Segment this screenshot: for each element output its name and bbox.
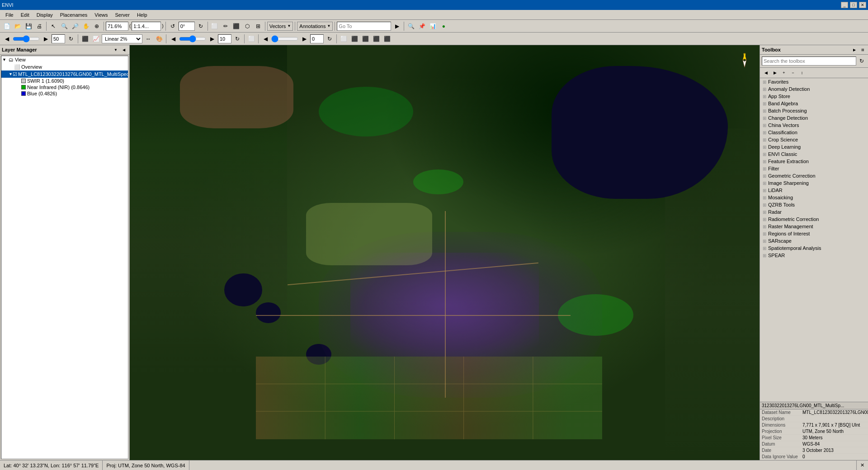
action1-btn[interactable]: ⬜ xyxy=(339,34,349,44)
tool-btn-5[interactable]: ⊞ xyxy=(253,21,263,31)
rotate-left-button[interactable]: ↺ xyxy=(168,21,178,31)
save-button[interactable]: 💾 xyxy=(24,21,33,31)
vectors-dropdown[interactable]: Vectors ▼ xyxy=(267,22,293,31)
toolbox-dock-btn[interactable]: ⊞ xyxy=(859,46,866,53)
toolbox-search-input[interactable] xyxy=(762,56,856,66)
goto-button[interactable]: ▶ xyxy=(392,21,402,31)
stretch-apply-btn[interactable]: ↔ xyxy=(143,34,153,44)
toolbox-item-qzrb[interactable]: ⊞ QZRB Tools xyxy=(760,201,868,208)
zoom-in-button[interactable]: 🔍 xyxy=(59,21,69,31)
minimize-button[interactable]: _ xyxy=(841,2,848,8)
toolbox-tb-btn1[interactable]: ◀ xyxy=(762,69,770,77)
toolbox-item-favorites[interactable]: ⊞ Favorites xyxy=(760,78,868,85)
roam-button[interactable]: ⊕ xyxy=(92,21,102,31)
action3-btn[interactable]: ⬛ xyxy=(360,34,370,44)
hist-btn[interactable]: 📈 xyxy=(91,34,101,44)
tool-btn-4[interactable]: ⬡ xyxy=(242,21,252,31)
tree-overview-row[interactable]: ⬜ Overview xyxy=(1,63,128,70)
toolbox-item-filter[interactable]: ⊞ Filter xyxy=(760,165,868,172)
toolbox-item-spatiotemporal[interactable]: ⊞ Spatiotemporal Analysis xyxy=(760,244,868,252)
toolbox-item-sarscape[interactable]: ⊞ SARscape xyxy=(760,237,868,244)
green-button[interactable]: ● xyxy=(439,21,448,31)
menu-display[interactable]: Display xyxy=(33,11,57,19)
toolbox-item-cropscience[interactable]: ⊞ Crop Science xyxy=(760,136,868,143)
stretch-value-input[interactable] xyxy=(52,34,65,43)
goto-input[interactable] xyxy=(337,22,391,31)
pan-button[interactable]: ✋ xyxy=(81,21,91,31)
menu-server[interactable]: Server xyxy=(111,11,133,19)
search-button[interactable]: 🔍 xyxy=(406,21,416,31)
next-button[interactable]: ▶ xyxy=(41,34,51,44)
toolbox-item-chinavectors[interactable]: ⊞ China Vectors xyxy=(760,122,868,129)
layer-manager-expand-btn[interactable]: ▼ xyxy=(112,46,119,53)
tool-btn-1[interactable]: ⬜ xyxy=(210,21,220,31)
toolbox-item-classification[interactable]: ⊞ Classification xyxy=(760,129,868,136)
toolbox-tb-btn5[interactable]: ↕ xyxy=(798,69,806,77)
tree-view-row[interactable]: ▼ 🗂 View xyxy=(1,56,128,63)
rotate-right-button[interactable]: ↻ xyxy=(196,21,206,31)
toolbox-item-imsharp[interactable]: ⊞ Image Sharpening xyxy=(760,179,868,187)
color-btn[interactable]: 🎨 xyxy=(154,34,164,44)
tree-raster-row[interactable]: ▼ ☑ MTL_LC81230322013276LGN00_MTL_MultiS… xyxy=(1,70,128,78)
toolbox-expand-btn[interactable]: ▶ xyxy=(851,46,858,53)
toolbox-tb-btn2[interactable]: ▶ xyxy=(771,69,779,77)
stretch-slider[interactable] xyxy=(13,35,40,42)
close-button[interactable]: ✕ xyxy=(859,2,866,8)
view-expand-icon[interactable]: ▼ xyxy=(2,57,8,62)
tool-btn-2[interactable]: ✏ xyxy=(221,21,231,31)
scale-input[interactable] xyxy=(132,22,161,31)
zoom-out-button[interactable]: 🔎 xyxy=(70,21,80,31)
slider3[interactable] xyxy=(271,35,298,42)
value3-input[interactable] xyxy=(310,34,324,43)
raster-expand-icon[interactable]: ▼ xyxy=(9,72,13,76)
open-button[interactable]: 📂 xyxy=(13,21,23,31)
next2-btn[interactable]: ▶ xyxy=(207,34,217,44)
toolbox-item-radar[interactable]: ⊞ Radar xyxy=(760,208,868,216)
prev-button[interactable]: ◀ xyxy=(2,34,12,44)
prev3-btn[interactable]: ◀ xyxy=(260,34,270,44)
toolbox-item-mosaic[interactable]: ⊞ Mosaicking xyxy=(760,194,868,201)
angle-input[interactable] xyxy=(179,22,195,31)
toolbox-item-envicl[interactable]: ⊞ ENVI Classic xyxy=(760,150,868,158)
toolbox-item-lidar[interactable]: ⊞ LiDAR xyxy=(760,187,868,194)
zoom-percent-input[interactable] xyxy=(106,22,128,31)
maximize-button[interactable]: □ xyxy=(850,2,857,8)
menu-views[interactable]: Views xyxy=(91,11,111,19)
menu-placenames[interactable]: Placenames xyxy=(57,11,91,19)
stretch-mode-btn[interactable]: ⬛ xyxy=(80,34,90,44)
tree-band2-row[interactable]: Near Infrared (NIR) (0.8646) xyxy=(1,84,128,90)
tree-band3-row[interactable]: Blue (0.4826) xyxy=(1,90,128,97)
toolbox-item-changedetect[interactable]: ⊞ Change Detection xyxy=(760,114,868,122)
toolbox-tb-btn3[interactable]: + xyxy=(780,69,788,77)
toolbox-item-geocorrect[interactable]: ⊞ Geometric Correction xyxy=(760,172,868,179)
toolbox-search-button[interactable]: ↻ xyxy=(857,56,866,66)
stretch-select[interactable]: Linear 2% Linear Gaussian Equalization xyxy=(102,34,142,43)
new-button[interactable]: 📄 xyxy=(2,21,12,31)
next3-btn[interactable]: ▶ xyxy=(299,34,309,44)
toolbox-item-anomaly[interactable]: ⊞ Anomaly Detection xyxy=(760,85,868,93)
action5-btn[interactable]: ⬛ xyxy=(382,34,392,44)
layer-manager-dock-btn[interactable]: ◀ xyxy=(120,46,127,53)
annotations-dropdown[interactable]: Annotations ▼ xyxy=(297,22,333,31)
menu-help[interactable]: Help xyxy=(133,11,151,19)
map-area[interactable]: N xyxy=(130,45,760,460)
print-button[interactable]: 🖨 xyxy=(34,21,44,31)
toolbox-item-deeplearning[interactable]: ⊞ Deep Learning xyxy=(760,143,868,150)
toolbox-item-radiometric[interactable]: ⊞ Radiometric Correction xyxy=(760,216,868,223)
action4-btn[interactable]: ⬛ xyxy=(371,34,381,44)
overlay-btn[interactable]: ⬜ xyxy=(246,34,256,44)
menu-file[interactable]: File xyxy=(2,11,17,19)
value2-input[interactable] xyxy=(218,34,231,43)
prev2-btn[interactable]: ◀ xyxy=(168,34,178,44)
tool-btn-3[interactable]: ⬛ xyxy=(231,21,241,31)
refresh3-btn[interactable]: ↻ xyxy=(325,34,335,44)
refresh-btn[interactable]: ↻ xyxy=(66,34,76,44)
toolbox-item-bandalgebra[interactable]: ⊞ Band Algebra xyxy=(760,100,868,107)
tree-band1-row[interactable]: SWIR 1 (1.6090) xyxy=(1,78,128,84)
chart-button[interactable]: 📊 xyxy=(428,21,438,31)
toolbox-item-batch[interactable]: ⊞ Batch Processing xyxy=(760,107,868,114)
pin-button[interactable]: 📌 xyxy=(417,21,427,31)
toolbox-item-appstore[interactable]: ⊞ App Store xyxy=(760,93,868,100)
toolbox-item-spear[interactable]: ⊞ SPEAR xyxy=(760,252,868,259)
toolbox-item-rastermgmt[interactable]: ⊞ Raster Management xyxy=(760,223,868,230)
